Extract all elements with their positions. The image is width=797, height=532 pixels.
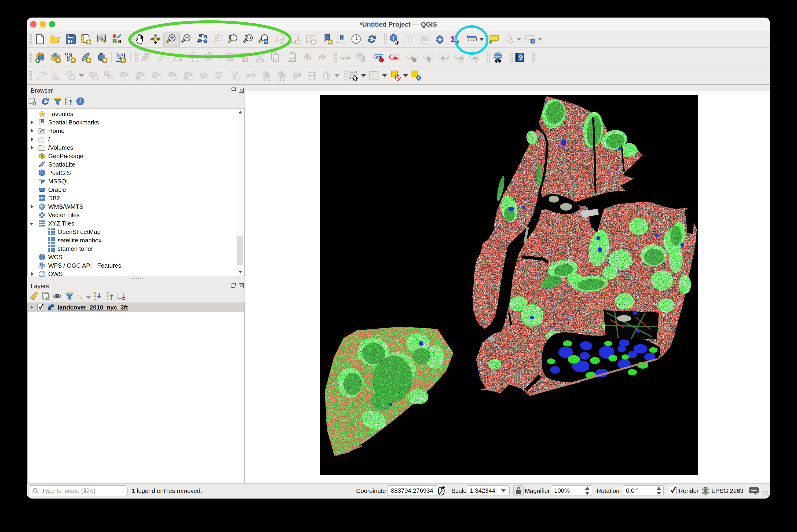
svg-text:i: i xyxy=(393,35,394,41)
svg-text:DB2: DB2 xyxy=(39,197,45,200)
svg-text:y: y xyxy=(456,38,459,45)
svg-text:?: ? xyxy=(519,54,523,61)
svg-text:1:1: 1:1 xyxy=(247,37,251,40)
svg-text:a: a xyxy=(118,38,121,45)
svg-text:ε: ε xyxy=(76,292,79,300)
svg-text:abc: abc xyxy=(342,55,349,60)
svg-text:Σ: Σ xyxy=(451,34,457,44)
svg-text:abc: abc xyxy=(392,55,398,60)
svg-text:i: i xyxy=(79,98,81,104)
